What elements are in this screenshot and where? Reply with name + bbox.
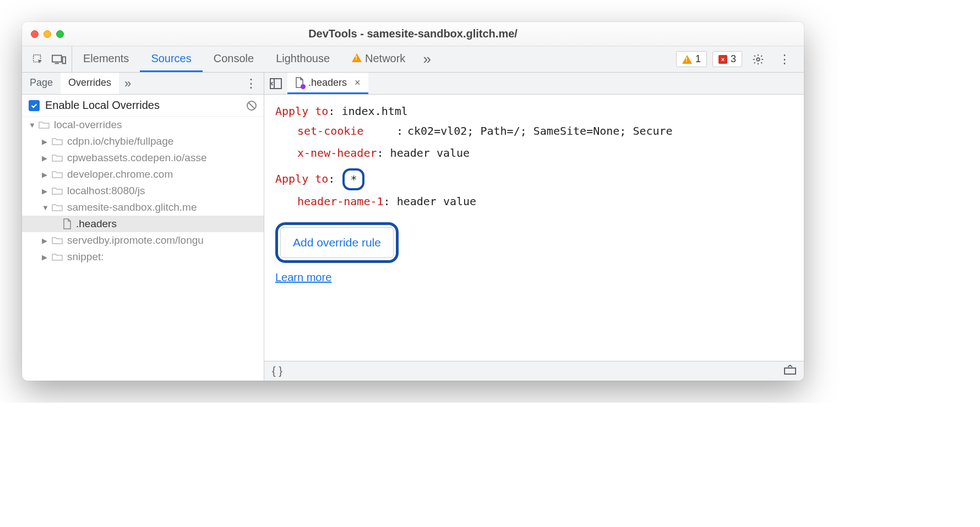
add-override-rule-button[interactable]: Add override rule <box>280 227 394 258</box>
folder-icon <box>52 203 63 212</box>
toggle-navigator-icon[interactable] <box>264 78 287 89</box>
editor-footer: { } <box>264 361 804 381</box>
svg-point-4 <box>756 58 760 61</box>
settings-icon[interactable] <box>748 53 769 65</box>
enable-overrides-checkbox[interactable] <box>29 100 40 111</box>
file-tab-headers[interactable]: .headers × <box>287 73 368 94</box>
svg-rect-3 <box>63 57 66 63</box>
enable-overrides-row: Enable Local Overrides <box>22 95 264 117</box>
tab-elements[interactable]: Elements <box>72 46 140 72</box>
folder-icon <box>39 120 50 129</box>
file-icon <box>63 218 72 229</box>
titlebar: DevTools - samesite-sandbox.glitch.me/ <box>22 22 804 46</box>
sidebar-tabs: Page Overrides » ⋮ <box>22 73 264 95</box>
folder-icon <box>52 236 63 245</box>
traffic-lights <box>31 30 64 38</box>
enable-overrides-label: Enable Local Overrides <box>45 99 160 112</box>
folder-icon <box>52 170 63 179</box>
editor-pane: .headers × Apply to: index.html set-cook… <box>264 73 804 381</box>
file-tab-strip: .headers × <box>264 73 804 95</box>
tree-folder[interactable]: ▶snippet: <box>22 249 264 265</box>
tree-folder[interactable]: ▶developer.chrome.com <box>22 166 264 183</box>
folder-icon <box>52 252 63 261</box>
window-title: DevTools - samesite-sandbox.glitch.me/ <box>31 28 795 40</box>
warning-icon <box>682 55 692 64</box>
chevron-right-icon: ▶ <box>42 187 50 195</box>
apply-to-row: Apply to: index.html <box>275 102 793 120</box>
minimize-window-button[interactable] <box>43 30 51 38</box>
headers-editor[interactable]: Apply to: index.html set-cookie : ck02=v… <box>264 95 804 361</box>
chevron-right-icon: ▶ <box>42 171 50 179</box>
maximize-window-button[interactable] <box>56 30 64 38</box>
svg-rect-1 <box>52 55 62 62</box>
file-icon <box>295 77 304 88</box>
chevron-right-icon: ▶ <box>42 138 50 146</box>
sidebar-menu-icon[interactable]: ⋮ <box>238 76 264 91</box>
main-toolbar: Elements Sources Console Lighthouse Netw… <box>22 46 804 73</box>
tab-sources[interactable]: Sources <box>140 46 202 72</box>
apply-to-row: Apply to: * <box>275 168 793 190</box>
learn-more-link[interactable]: Learn more <box>275 268 331 286</box>
tree-folder-root[interactable]: ▼ local-overrides <box>22 117 264 133</box>
modified-dot-icon <box>301 84 306 89</box>
sidebar-tab-overrides[interactable]: Overrides <box>61 73 119 94</box>
warning-icon <box>352 52 362 65</box>
tab-console[interactable]: Console <box>203 46 265 72</box>
pretty-print-icon[interactable]: { } <box>272 365 282 377</box>
more-tabs-button[interactable]: » <box>416 51 437 68</box>
chevron-right-icon: ▶ <box>42 253 50 261</box>
highlight-add-rule: Add override rule <box>275 222 399 263</box>
tree-folder[interactable]: ▶cpwebassets.codepen.io/asse <box>22 150 264 166</box>
tree-file-headers[interactable]: .headers <box>22 216 264 232</box>
header-row: header-name-1: header value <box>275 193 793 210</box>
close-tab-icon[interactable]: × <box>355 77 361 89</box>
close-window-button[interactable] <box>31 30 39 38</box>
header-row: set-cookie : ck02=vl02; Path=/; SameSite… <box>275 122 793 140</box>
more-menu-icon[interactable]: ⋮ <box>774 52 795 67</box>
devtools-window: DevTools - samesite-sandbox.glitch.me/ E… <box>22 22 804 381</box>
tab-lighthouse[interactable]: Lighthouse <box>265 46 341 72</box>
drawer-toggle-icon[interactable] <box>784 365 796 377</box>
panel-tabs: Elements Sources Console Lighthouse Netw… <box>72 46 416 72</box>
device-icon[interactable] <box>52 54 66 65</box>
tree-folder[interactable]: ▶cdpn.io/chybie/fullpage <box>22 133 264 150</box>
folder-icon <box>52 153 63 162</box>
header-row: x-new-header: header value <box>275 144 793 162</box>
tree-folder[interactable]: ▶localhost:8080/js <box>22 183 264 199</box>
errors-badge[interactable]: × 3 <box>712 51 742 67</box>
chevron-down-icon: ▼ <box>42 204 50 212</box>
overrides-tree: ▼ local-overrides ▶cdpn.io/chybie/fullpa… <box>22 117 264 265</box>
highlight-wildcard: * <box>342 168 364 190</box>
chevron-right-icon: ▶ <box>42 154 50 162</box>
folder-icon <box>52 137 63 146</box>
chevron-down-icon: ▼ <box>29 121 36 129</box>
warnings-badge[interactable]: 1 <box>676 51 707 67</box>
chevron-right-icon: ▶ <box>42 237 50 245</box>
sidebar-more-tabs[interactable]: » <box>119 76 137 91</box>
sources-sidebar: Page Overrides » ⋮ Enable Local Override… <box>22 73 264 381</box>
folder-icon <box>52 186 63 195</box>
tab-network[interactable]: Network <box>341 46 416 72</box>
svg-rect-9 <box>785 368 796 374</box>
main-area: Page Overrides » ⋮ Enable Local Override… <box>22 73 804 381</box>
tree-folder[interactable]: ▶servedby.ipromote.com/longu <box>22 232 264 249</box>
tree-folder[interactable]: ▼samesite-sandbox.glitch.me <box>22 199 264 216</box>
svg-line-6 <box>249 102 255 108</box>
sidebar-tab-page[interactable]: Page <box>22 73 61 94</box>
clear-overrides-icon[interactable] <box>246 100 257 111</box>
inspect-icon[interactable] <box>32 53 44 65</box>
error-icon: × <box>718 55 727 64</box>
